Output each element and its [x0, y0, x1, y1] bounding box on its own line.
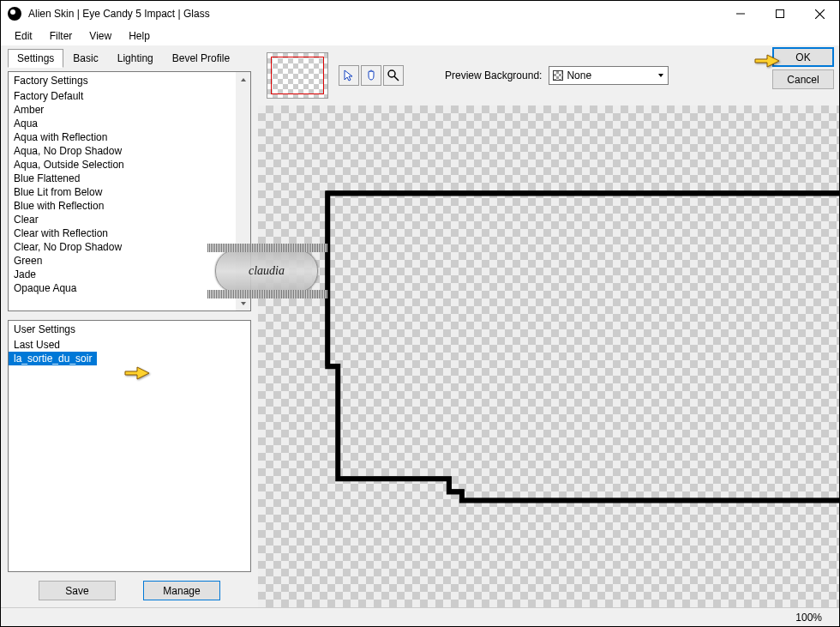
menu-view[interactable]: View [81, 27, 120, 45]
tab-bevel-profile[interactable]: Bevel Profile [163, 49, 239, 68]
close-button[interactable] [800, 1, 839, 27]
factory-item[interactable]: Aqua, Outside Selection [9, 158, 250, 172]
user-item[interactable]: Last Used [9, 338, 250, 352]
tabs: Settings Basic Lighting Bevel Profile [8, 49, 251, 68]
tab-lighting[interactable]: Lighting [108, 49, 163, 68]
tab-settings[interactable]: Settings [8, 49, 63, 68]
pointer-tool-icon[interactable] [339, 65, 359, 86]
preview-background-select[interactable]: None [549, 66, 669, 85]
factory-item[interactable]: Green [9, 254, 250, 268]
preview-canvas[interactable] [258, 106, 839, 607]
scroll-up-icon[interactable] [236, 72, 250, 87]
tab-basic[interactable]: Basic [63, 49, 107, 68]
tool-buttons [339, 65, 404, 86]
preview-background-value: None [567, 69, 591, 81]
factory-item[interactable]: Aqua, No Drop Shadow [9, 144, 250, 158]
svg-point-4 [388, 70, 395, 77]
main-area: Settings Basic Lighting Bevel Profile Fa… [1, 45, 839, 607]
user-item[interactable]: la_sortie_du_soir [9, 352, 97, 365]
factory-item[interactable]: Blue with Reflection [9, 199, 250, 213]
menu-filter[interactable]: Filter [41, 27, 81, 45]
svg-rect-1 [777, 10, 784, 18]
save-button[interactable]: Save [39, 581, 116, 600]
thumbnail-viewport [271, 57, 324, 94]
checker-swatch-icon [553, 70, 563, 81]
user-settings-header: User Settings [9, 321, 250, 338]
dropdown-arrow-icon [657, 69, 664, 81]
menu-help[interactable]: Help [120, 27, 159, 45]
svg-line-5 [394, 76, 399, 81]
hand-tool-icon[interactable] [361, 65, 381, 86]
factory-item[interactable]: Clear with Reflection [9, 226, 250, 240]
cancel-button[interactable]: Cancel [772, 69, 834, 89]
preview-thumbnail[interactable] [267, 52, 328, 99]
ok-cancel-group: OK Cancel [772, 47, 834, 89]
factory-settings-header: Factory Settings [9, 72, 250, 89]
preview-background-label: Preview Background: [445, 69, 542, 81]
user-settings-listbox[interactable]: User Settings Last Usedla_sortie_du_soir [8, 320, 251, 572]
zoom-level: 100% [795, 612, 822, 624]
factory-item[interactable]: Factory Default [9, 89, 250, 103]
menu-edit[interactable]: Edit [6, 27, 41, 45]
preview-toolbar: Preview Background: None OK Cancel [258, 45, 839, 106]
window-title: Alien Skin | Eye Candy 5 Impact | Glass [28, 8, 721, 20]
factory-item[interactable]: Aqua with Reflection [9, 130, 250, 144]
factory-item[interactable]: Jade [9, 268, 250, 281]
app-icon [8, 7, 21, 21]
button-row: Save Manage [8, 581, 251, 600]
factory-item[interactable]: Blue Lit from Below [9, 185, 250, 199]
titlebar: Alien Skin | Eye Candy 5 Impact | Glass [1, 1, 839, 27]
maximize-button[interactable] [760, 1, 800, 27]
minimize-button[interactable] [721, 1, 760, 27]
statusbar: 100% [1, 607, 839, 626]
factory-item[interactable]: Amber [9, 103, 250, 117]
factory-item[interactable]: Aqua [9, 117, 250, 130]
ok-button[interactable]: OK [772, 47, 834, 67]
zoom-tool-icon[interactable] [383, 65, 404, 86]
left-panel: Settings Basic Lighting Bevel Profile Fa… [1, 45, 258, 607]
factory-item[interactable]: Blue Flattened [9, 172, 250, 185]
right-panel: Preview Background: None OK Cancel [258, 45, 839, 607]
manage-button[interactable]: Manage [143, 581, 220, 600]
menubar: Edit Filter View Help [1, 27, 839, 45]
factory-item[interactable]: Clear [9, 213, 250, 226]
watermark: claudia [215, 250, 318, 292]
